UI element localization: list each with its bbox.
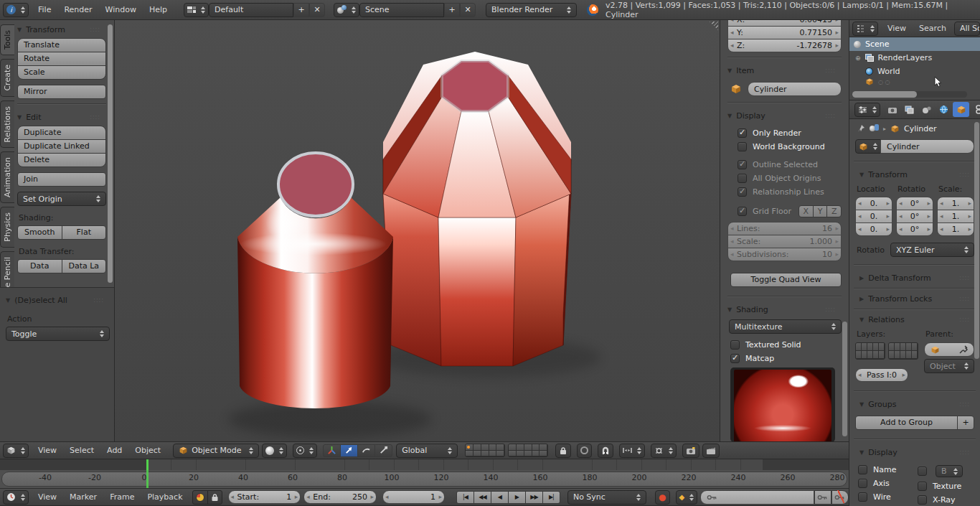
parent-field[interactable] [924,342,974,357]
tab-create[interactable]: Create [0,59,14,97]
snap-element-select[interactable] [619,444,645,458]
display-texture-checkbox[interactable]: Texture [918,482,974,491]
rotation-y-field[interactable]: 0° [896,210,933,223]
menu-select[interactable]: Select [63,442,100,459]
textured-solid-checkbox[interactable]: Textured Solid [730,340,842,350]
editor-type-3dview-button[interactable] [3,444,29,458]
frame-end-field[interactable]: End:250 [303,490,377,504]
tab-render[interactable] [884,102,900,117]
jump-to-end-button[interactable]: ▶| [542,491,560,504]
data-transfer-layout-button[interactable]: Data La [62,259,107,273]
proportional-edit-button[interactable] [577,444,592,458]
outliner-display-filter-select[interactable]: All Sc [954,22,980,36]
tab-render-layers[interactable] [901,102,918,117]
transform-y-field[interactable]: Y:0.77150 [727,26,842,39]
jump-to-start-button[interactable]: |◀ [456,491,474,504]
editor-type-outliner-button[interactable] [852,22,878,36]
editor-type-timeline-button[interactable] [3,490,29,505]
scale-button[interactable]: Scale [17,65,106,80]
lock-to-scene-button[interactable] [555,444,571,458]
menu-file[interactable]: File [32,1,57,19]
render-engine-select[interactable]: Blender Render [486,3,577,17]
editor-type-info-button[interactable]: i [3,3,29,17]
editor-type-properties-button[interactable] [854,103,880,117]
pivot-point-select[interactable] [293,444,317,458]
timeline-track-area[interactable] [0,459,849,470]
manipulator-rotate-button[interactable] [357,444,375,457]
duplicate-linked-button[interactable]: Duplicate Linked [17,139,106,154]
menu-view[interactable]: View [32,489,63,506]
tab-tools[interactable]: Tools [0,24,14,55]
location-z-field[interactable]: 0. [855,222,892,236]
relationship-lines-checkbox[interactable]: Relationship Lines [738,187,842,197]
tab-scene[interactable] [918,102,935,117]
tab-world[interactable] [936,102,952,117]
snap-toggle-button[interactable] [598,444,613,458]
menu-marker[interactable]: Marker [63,489,103,506]
item-name-field[interactable]: Cylinder [748,82,842,96]
manipulator-scale-button[interactable] [374,444,392,457]
opengl-render-still-button[interactable] [682,444,699,458]
menu-view[interactable]: View [881,20,913,37]
opengl-render-options-button[interactable] [651,444,677,458]
screen-layout-icon-button[interactable] [184,3,209,17]
panel-header-edit[interactable]: ▼Edit:::: [17,109,106,126]
opengl-render-anim-button[interactable] [702,444,720,458]
menu-playback[interactable]: Playback [141,489,189,506]
outliner-row-renderlayers[interactable]: ⊕ RenderLayers [849,51,980,65]
world-background-checkbox[interactable]: World Background [738,142,842,151]
toggle-quad-view-button[interactable]: Toggle Quad View [730,273,842,287]
object-layers-grid-right[interactable] [888,342,918,360]
manipulator-toggle-button[interactable] [323,444,341,457]
playhead-marker[interactable] [146,459,149,470]
grid-axis-z-button[interactable]: Z [826,205,842,217]
panel-header-transform-locks[interactable]: ▶Transform Locks:::: [854,291,976,307]
transform-orientation-select[interactable]: Global [396,444,458,458]
menu-render[interactable]: Render [57,1,98,19]
playhead-marker[interactable] [146,470,149,488]
location-x-field[interactable]: 0. [855,197,892,210]
display-xray-checkbox[interactable]: X-Ray [918,495,974,505]
delete-button[interactable]: Delete [17,153,106,167]
tab-animation[interactable]: Animation [0,151,14,203]
panel-header-transform[interactable]: ▼Transform:::: [854,167,976,183]
pass-index-field[interactable]: Pass I:0 [855,368,908,382]
rotation-x-field[interactable]: 0° [896,197,933,210]
matcap-preview[interactable] [730,367,835,441]
next-keyframe-button[interactable]: ▶▶ [525,491,543,504]
close-scene-button[interactable]: ✕ [460,3,476,17]
layers-grid-left[interactable] [465,444,505,457]
outline-selected-checkbox[interactable]: Outline Selected [738,160,842,169]
tab-constraints[interactable] [970,102,980,117]
keying-set-select[interactable]: ◆ [676,490,698,505]
shade-smooth-button[interactable]: Smooth [17,225,62,240]
timeline-ruler[interactable]: -40 -20 0 20 40 60 80 100 120 140 160 18… [0,470,849,488]
rotation-z-field[interactable]: 0° [896,222,933,236]
screen-layout-name[interactable]: Default [209,3,293,17]
outliner-row-world[interactable]: World [849,65,980,78]
add-scene-button[interactable]: + [444,3,460,17]
play-reverse-button[interactable]: ◀ [491,491,509,504]
mode-select[interactable]: Object Mode [173,444,259,458]
tab-relations[interactable]: Relations [0,100,14,149]
rotate-button[interactable]: Rotate [17,52,106,66]
sync-mode-select[interactable]: No Sync [567,490,646,505]
grid-subdivisions-field[interactable]: Subdivisions:10 [727,248,842,261]
scale-y-field[interactable]: 1. [937,210,974,223]
add-layout-button[interactable]: + [293,3,309,17]
insert-keyframe-button[interactable] [814,490,831,505]
grid-floor-checkbox[interactable]: Grid Floor X Y Z [738,205,842,217]
tab-object[interactable] [953,102,969,117]
shading-mode-select[interactable]: Multitexture [729,319,842,334]
display-axis-checkbox[interactable]: Axis [858,479,918,488]
parent-type-select[interactable]: Object [924,359,974,373]
grid-axis-y-button[interactable]: Y [813,205,828,217]
grid-axis-x-button[interactable]: X [798,205,814,217]
only-render-checkbox[interactable]: Only Render [738,128,842,138]
properties-scrollbar[interactable] [974,122,979,359]
prev-keyframe-button[interactable]: ◀◀ [473,491,491,504]
matcap-checkbox[interactable]: Matcap [730,354,842,363]
panel-header-display[interactable]: ▼Display:::: [854,444,976,461]
viewport-3d[interactable] [115,20,720,441]
menu-search[interactable]: Search [913,20,953,37]
